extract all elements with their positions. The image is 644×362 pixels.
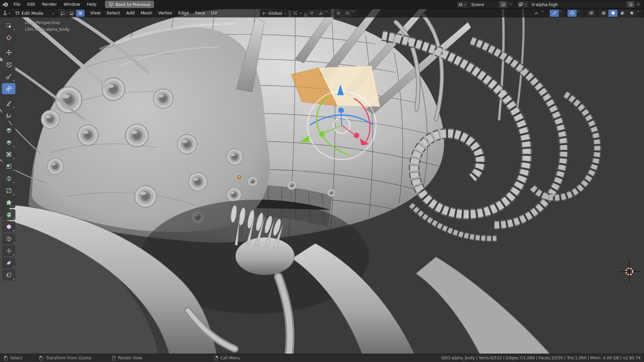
scene-browse-button[interactable]	[457, 1, 468, 8]
object-origin-dot	[238, 176, 241, 179]
tool-scale-button[interactable]	[2, 71, 15, 82]
menu-window[interactable]: Window	[60, 0, 84, 9]
chevron-down-icon[interactable]	[325, 10, 331, 17]
new-view-layer-button[interactable]	[626, 1, 635, 8]
shading-rendered-button[interactable]	[627, 10, 636, 17]
tool-shear-button[interactable]	[2, 257, 15, 268]
mode-label: Edit Mode	[21, 11, 50, 16]
mouse-middle-button-icon	[112, 356, 116, 361]
tool-add-cube-button[interactable]	[2, 125, 15, 136]
tool-rip-region-button[interactable]	[2, 269, 15, 281]
add-cube-icon	[6, 127, 12, 133]
tool-loop-cut-button[interactable]	[2, 173, 15, 184]
hint-label: Rotate View	[118, 356, 142, 360]
tool-knife-button[interactable]	[2, 185, 15, 196]
rotate-icon	[6, 61, 12, 68]
tool-spin-button[interactable]	[2, 209, 15, 220]
chevron-down-icon[interactable]	[577, 10, 583, 17]
tool-poly-build-button[interactable]	[2, 197, 15, 208]
shrink-fatten-icon	[6, 248, 12, 254]
viewport-menu-face[interactable]: Face	[192, 9, 208, 17]
scene-name-field[interactable]: Scene	[468, 2, 499, 7]
extrude-region-icon	[6, 139, 12, 145]
xray-toggle[interactable]	[587, 10, 596, 17]
proportional-falloff-button[interactable]	[343, 10, 352, 17]
transform-orientation-dropdown[interactable]: Global	[260, 9, 289, 17]
shading-solid-button[interactable]	[608, 10, 618, 17]
shading-material-button[interactable]	[618, 10, 627, 17]
snap-with-button[interactable]	[316, 10, 325, 17]
tool-shelf	[0, 17, 17, 281]
viewport-menu-vertex[interactable]: Vertex	[155, 9, 175, 17]
blender-window: File Edit Render Window Help Back to Pre…	[0, 0, 644, 362]
view-layer-icon	[519, 2, 523, 7]
viewport-menu-view[interactable]: View	[87, 9, 104, 17]
pivot-point-dropdown[interactable]	[291, 9, 304, 17]
gizmo-select-icon	[532, 10, 541, 17]
new-scene-button[interactable]	[499, 1, 507, 8]
menu-edit[interactable]: Edit	[24, 0, 39, 9]
vertex-select-mode-button[interactable]	[59, 10, 67, 17]
mode-dropdown[interactable]: Edit Mode	[13, 9, 57, 17]
menu-file[interactable]: File	[10, 0, 24, 9]
snap-group	[307, 10, 331, 17]
chevron-down-icon[interactable]	[637, 10, 643, 17]
view-layer-browse-button[interactable]	[517, 1, 529, 8]
tool-annotate-button[interactable]	[2, 98, 15, 109]
tool-move-button[interactable]	[2, 47, 15, 58]
tool-inset-faces-button[interactable]	[2, 149, 15, 160]
tool-smooth-button[interactable]	[2, 221, 15, 232]
view-perspective-label: User Perspective	[25, 19, 70, 26]
tool-transform-button[interactable]	[2, 83, 15, 94]
viewport-menu-mesh[interactable]: Mesh	[138, 9, 155, 17]
move-icon	[6, 49, 12, 56]
show-gizmos-toggle[interactable]	[550, 10, 559, 17]
cursor-tool-icon	[6, 35, 12, 41]
scene-icon	[458, 2, 463, 7]
viewport-menu-edge[interactable]: Edge	[175, 9, 192, 17]
tool-select-box-button[interactable]	[2, 20, 15, 31]
tool-cursor-button[interactable]	[2, 32, 15, 43]
shading-wireframe-button[interactable]	[599, 10, 608, 17]
remove-view-layer-button[interactable]: ✕	[635, 1, 642, 8]
viewport-header: Edit Mode View Select Add Mesh Vertex Ed…	[0, 9, 644, 17]
viewport-menu-select[interactable]: Select	[104, 9, 123, 17]
tool-extrude-region-button[interactable]	[2, 137, 15, 148]
viewport-menu-uv[interactable]: UV	[208, 9, 220, 17]
viewport-info-overlay: User Perspective (20) GEO-alpha_body	[25, 19, 70, 33]
menu-render[interactable]: Render	[39, 0, 60, 9]
blender-logo-icon[interactable]	[0, 1, 10, 8]
tool-edge-slide-button[interactable]	[2, 233, 15, 244]
screen-back-icon	[109, 2, 113, 7]
tool-rotate-button[interactable]	[2, 59, 15, 70]
viewport-menu-add[interactable]: Add	[123, 9, 138, 17]
proportional-editing-toggle[interactable]	[334, 10, 343, 17]
chevron-down-icon[interactable]	[559, 10, 565, 17]
3d-viewport[interactable]: Edit Mode View Select Add Mesh Vertex Ed…	[0, 9, 644, 354]
scale-icon	[6, 73, 12, 80]
measure-icon	[6, 112, 12, 119]
face-select-mode-button[interactable]	[76, 10, 85, 17]
mouse-right-button-icon	[214, 356, 218, 361]
inset-faces-icon	[6, 151, 12, 158]
snap-toggle-button[interactable]	[307, 10, 316, 17]
edge-select-mode-button[interactable]	[67, 10, 76, 17]
editor-type-button[interactable]	[1, 9, 12, 17]
back-to-previous-button[interactable]: Back to Previous	[105, 1, 154, 8]
menu-help[interactable]: Help	[84, 0, 100, 9]
tool-shrink-fatten-button[interactable]	[2, 245, 15, 256]
tool-bevel-button[interactable]	[2, 161, 15, 172]
selected-faces	[291, 66, 380, 107]
show-overlays-toggle[interactable]	[568, 10, 577, 17]
unlink-scene-button: ✕	[507, 1, 515, 8]
view-layer-name-field[interactable]: V-alpha.high	[529, 2, 626, 7]
orientation-label: Global	[268, 11, 282, 16]
chevron-down-icon[interactable]	[352, 10, 358, 17]
back-to-previous-label: Back to Previous	[115, 2, 150, 7]
keymap-hint-select: Select	[4, 356, 22, 361]
active-object-label: (20) GEO-alpha_body	[25, 26, 70, 33]
show-gizmo-dropdown[interactable]	[532, 10, 547, 17]
tool-measure-button[interactable]	[2, 110, 15, 121]
keymap-hint-call-menu: Call Menu	[214, 356, 240, 361]
spin-icon	[6, 212, 12, 218]
